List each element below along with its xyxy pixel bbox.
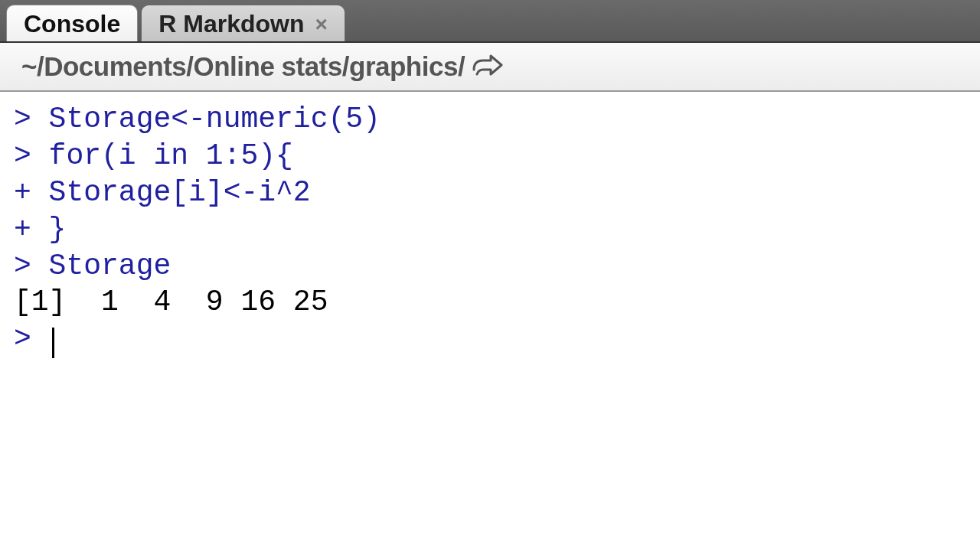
tab-console-label: Console <box>24 10 120 38</box>
output-line: [1] 1 4 9 16 25 <box>14 285 328 318</box>
continuation-prompt: + <box>14 213 49 246</box>
prompt: > <box>14 103 49 135</box>
continuation-prompt: + <box>14 176 49 209</box>
prompt: > <box>14 249 49 282</box>
tab-console[interactable]: Console <box>6 5 138 41</box>
code-line: Storage[i]<-i^2 <box>49 176 311 209</box>
code-line: } <box>49 213 67 246</box>
tab-rmarkdown-label: R Markdown <box>158 10 304 38</box>
prompt: > <box>14 139 49 172</box>
close-icon[interactable]: × <box>315 14 327 35</box>
code-line: Storage<-numeric(5) <box>49 103 381 135</box>
tab-rmarkdown[interactable]: R Markdown × <box>141 5 345 41</box>
code-line: Storage <box>49 249 172 282</box>
path-bar: ~/Documents/Online stats/graphics/ <box>0 43 980 92</box>
code-line: for(i in 1:5){ <box>49 139 293 172</box>
text-cursor <box>52 328 54 358</box>
working-directory-path: ~/Documents/Online stats/graphics/ <box>21 51 465 82</box>
tab-bar: Console R Markdown × <box>0 0 980 43</box>
go-to-directory-icon[interactable] <box>472 54 503 79</box>
console-output-area[interactable]: > Storage<-numeric(5) > for(i in 1:5){ +… <box>0 92 980 367</box>
prompt: > <box>14 322 49 355</box>
